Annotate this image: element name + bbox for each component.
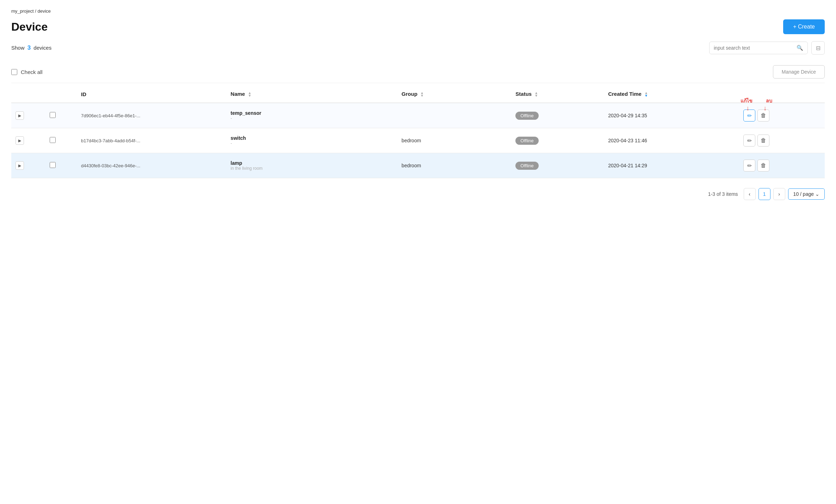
devices-label: devices: [33, 45, 51, 51]
edit-button[interactable]: ✏: [743, 110, 755, 122]
filter-icon: ⊟: [816, 45, 820, 51]
edit-annotation-label: แก้ไข: [741, 97, 753, 105]
per-page-button[interactable]: 10 / page ⌄: [788, 188, 825, 200]
col-status[interactable]: Status ▲▼: [511, 86, 604, 103]
cell-group: [397, 103, 512, 128]
status-sort-icon: ▲▼: [534, 91, 538, 98]
cell-group: bedroom: [397, 128, 512, 153]
expand-button[interactable]: ▶: [16, 111, 24, 120]
col-created-time[interactable]: Created Time ▲▼: [604, 86, 739, 103]
row-checkbox[interactable]: [50, 112, 56, 118]
cell-status: Offline: [511, 103, 604, 128]
per-page-chevron-icon: ⌄: [815, 191, 819, 197]
delete-button[interactable]: 🗑: [757, 160, 769, 172]
cell-actions: ✏ 🗑: [739, 128, 825, 153]
check-manage-row: Check all Manage Device: [11, 61, 825, 83]
cell-id: b17d4bc3-7abb-4add-b54f-...: [77, 128, 227, 153]
status-badge: Offline: [515, 162, 538, 170]
delete-button[interactable]: 🗑: [757, 135, 769, 147]
next-page-button[interactable]: ›: [773, 188, 785, 200]
col-group[interactable]: Group ▲▼: [397, 86, 512, 103]
row-checkbox[interactable]: [50, 162, 56, 168]
per-page-label: 10 / page: [793, 191, 814, 197]
page-1-button[interactable]: 1: [758, 188, 770, 200]
check-all-label[interactable]: Check all: [11, 69, 43, 75]
delete-annotation-label: ลบ: [766, 97, 772, 105]
col-expand: [11, 86, 45, 103]
expand-button[interactable]: ▶: [16, 161, 24, 170]
manage-device-button[interactable]: Manage Device: [773, 65, 825, 79]
status-badge: Offline: [515, 137, 538, 145]
filter-button[interactable]: ⊟: [811, 41, 825, 55]
create-button[interactable]: + Create: [783, 19, 825, 34]
table-row: ▶d4430fe8-03bc-42ee-946e-...lampin the l…: [11, 153, 825, 178]
check-all-text: Check all: [21, 69, 43, 75]
col-name[interactable]: Name ▲▼: [227, 86, 397, 103]
expand-button[interactable]: ▶: [16, 136, 24, 145]
cell-name: lampin the living room: [227, 153, 397, 178]
status-badge: Offline: [515, 112, 538, 120]
group-sort-icon: ▲▼: [420, 91, 424, 98]
pagination-info: 1-3 of 3 items: [708, 191, 738, 197]
table-row: ▶b17d4bc3-7abb-4add-b54f-...switch-bedro…: [11, 128, 825, 153]
search-filter-area: 🔍 ⊟: [709, 41, 825, 55]
cell-status: Offline: [511, 153, 604, 178]
cell-group: bedroom: [397, 153, 512, 178]
cell-actions: ✏ 🗑: [739, 153, 825, 178]
created-sort-icon: ▲▼: [644, 91, 648, 98]
search-icon: 🔍: [797, 45, 803, 51]
delete-annotation-arrow: ↓: [763, 105, 767, 112]
device-count: 3: [27, 44, 31, 51]
cell-created-time: 2020-04-29 14:35: [604, 103, 739, 128]
page-title: Device: [11, 20, 48, 33]
pagination-row: 1-3 of 3 items ‹ 1 › 10 / page ⌄: [11, 188, 825, 200]
cell-created-time: 2020-04-21 14:29: [604, 153, 739, 178]
header-row: Device + Create: [11, 19, 825, 34]
row-checkbox[interactable]: [50, 137, 56, 143]
cell-name: temp_sensor-: [227, 103, 397, 128]
cell-id: 7d906ec1-eb44-4f5e-86e1-...: [77, 103, 227, 128]
cell-id: d4430fe8-03bc-42ee-946e-...: [77, 153, 227, 178]
table-header-row: ID Name ▲▼ Group ▲▼ Status ▲▼: [11, 86, 825, 103]
edit-button[interactable]: ✏: [743, 160, 755, 172]
search-box: 🔍: [709, 42, 808, 54]
device-table: ID Name ▲▼ Group ▲▼ Status ▲▼: [11, 86, 825, 178]
breadcrumb-separator: /: [35, 8, 36, 14]
show-count: Show 3 devices: [11, 44, 51, 51]
breadcrumb-current: device: [37, 8, 51, 14]
prev-page-button[interactable]: ‹: [744, 188, 756, 200]
search-input[interactable]: [714, 45, 797, 51]
cell-created-time: 2020-04-23 11:46: [604, 128, 739, 153]
breadcrumb: my_project / device: [11, 8, 825, 14]
name-sort-icon: ▲▼: [248, 91, 252, 98]
show-label: Show: [11, 45, 25, 51]
cell-name: switch-: [227, 128, 397, 153]
edit-annotation-arrow: ↓: [746, 105, 749, 112]
toolbar-row: Show 3 devices 🔍 ⊟: [11, 41, 825, 55]
col-id: ID: [77, 86, 227, 103]
col-check: [45, 86, 77, 103]
check-all-checkbox[interactable]: [11, 69, 17, 75]
cell-status: Offline: [511, 128, 604, 153]
table-row: ▶7d906ec1-eb44-4f5e-86e1-...temp_sensor-…: [11, 103, 825, 128]
edit-button[interactable]: ✏: [743, 135, 755, 147]
cell-actions: แก้ไข ↓ ✏ ลบ ↓ 🗑: [739, 103, 825, 128]
breadcrumb-project[interactable]: my_project: [11, 8, 34, 14]
